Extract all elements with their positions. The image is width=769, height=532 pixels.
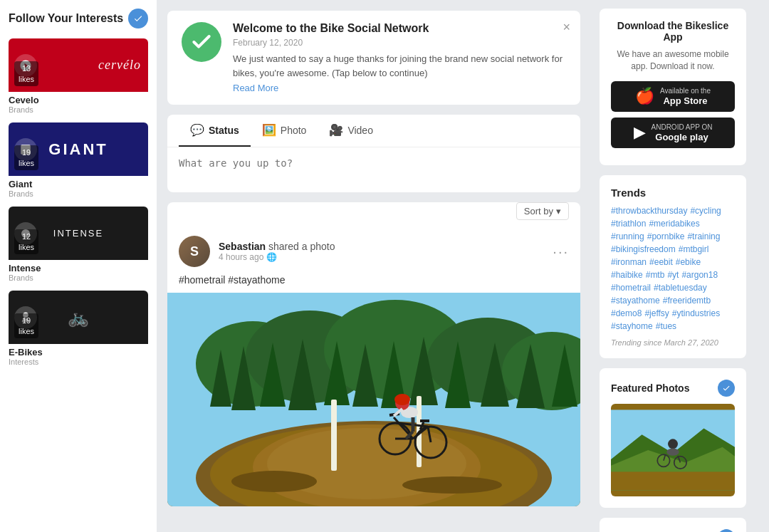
status-tab-label: Status	[209, 125, 239, 136]
trend-tag[interactable]: #hometrail	[611, 283, 651, 293]
trend-tag[interactable]: #tabletuesday	[654, 283, 707, 293]
trend-tag[interactable]: #yt	[667, 270, 679, 280]
ebike-icon: 🚲	[68, 308, 89, 328]
post-hashtags: #hometrail #stayathome	[167, 274, 580, 293]
post-author-name-line: Sebastian shared a photo	[219, 241, 335, 252]
trend-tag[interactable]: #pornbike	[647, 231, 685, 241]
featured-photos-card: Featured Photos	[600, 368, 746, 508]
post-hashtags-text: #hometrail #stayathome	[179, 274, 285, 286]
trend-tag[interactable]: #ebike	[676, 257, 701, 267]
trends-title: Trends	[611, 187, 735, 199]
featured-photos-header: Featured Photos	[611, 380, 735, 397]
sort-button[interactable]: Sort by ▾	[516, 202, 569, 220]
main-content: Welcome to the Bike Social Network Febru…	[157, 0, 591, 532]
composer-input[interactable]	[179, 157, 569, 180]
card-type-cevelo: Brands	[9, 105, 148, 114]
trends-card: Trends #throwbackthursday #cycling #tria…	[600, 175, 746, 358]
card-label-ebikes: E-Bikes Interests	[9, 344, 148, 367]
svg-point-41	[394, 394, 410, 405]
trend-tag[interactable]: #meridabikes	[649, 219, 699, 229]
tab-status[interactable]: 💬 Status	[179, 115, 251, 147]
composer-tabs: 💬 Status 🖼️ Photo 🎥 Video	[167, 115, 580, 147]
app-store-sub: Available on the	[660, 87, 711, 95]
tab-photo[interactable]: 🖼️ Photo	[251, 115, 318, 147]
post-image	[167, 293, 580, 506]
trend-tag[interactable]: #eebit	[649, 257, 673, 267]
interest-card-cevelo[interactable]: cervélo 13 likes Cevelo Brands	[9, 38, 148, 115]
app-download-desc: We have an awesome mobile app. Download …	[611, 48, 735, 73]
trend-tag[interactable]: #freeridemtb	[663, 296, 711, 306]
interest-card-giant[interactable]: GIANT 19 likes Giant Brands	[9, 122, 148, 199]
svg-rect-26	[331, 400, 337, 471]
likes-badge-cevelo: 13 likes	[14, 61, 38, 86]
featured-poll-header: Featured Poll	[611, 529, 735, 532]
apple-icon: 🍎	[635, 87, 654, 105]
card-type-intense: Brands	[9, 273, 148, 282]
app-store-text: Available on the App Store	[660, 87, 711, 106]
trend-tag[interactable]: #ironman	[611, 257, 647, 267]
interest-card-ebikes[interactable]: 🚲 19 likes E-Bikes Interests	[9, 291, 148, 367]
app-store-name: App Store	[663, 95, 707, 106]
tab-video[interactable]: 🎥 Video	[318, 115, 384, 147]
trend-tag[interactable]: #stayhome	[611, 321, 653, 331]
trend-tag[interactable]: #cycling	[690, 206, 721, 216]
welcome-icon	[182, 22, 221, 62]
composer-input-area	[167, 147, 580, 192]
interest-card-intense[interactable]: INTENSE 12 likes Intense Brands	[9, 207, 148, 283]
checkmark-icon	[190, 31, 213, 53]
card-image-giant: GIANT 19 likes	[9, 122, 148, 176]
sidebar-title: Follow Your Interests	[9, 12, 123, 25]
avatar-initial: S	[190, 244, 199, 259]
trend-tag[interactable]: #stayathome	[611, 296, 660, 306]
card-type-giant: Brands	[9, 189, 148, 198]
featured-photo-svg	[611, 404, 735, 496]
trend-tag[interactable]: #jeffsy	[644, 308, 669, 318]
svg-rect-48	[611, 471, 735, 490]
read-more-link[interactable]: Read More	[233, 83, 566, 93]
app-store-button[interactable]: 🍎 Available on the App Store	[611, 81, 735, 112]
welcome-date: February 12, 2020	[233, 38, 566, 48]
google-play-button[interactable]: ▶ ANDROID APP ON Google play	[611, 118, 735, 148]
trend-tag[interactable]: #argon18	[681, 270, 718, 280]
trend-tag[interactable]: #bikingisfreedom	[611, 244, 676, 254]
trend-tag[interactable]: #running	[611, 231, 644, 241]
avatar: S	[179, 236, 210, 267]
trend-tag[interactable]: #triathlon	[611, 219, 646, 229]
giant-text: GIANT	[48, 140, 108, 158]
right-sidebar: Download the Bikeslice App We have an aw…	[591, 0, 755, 532]
google-play-sub: ANDROID APP ON	[652, 123, 713, 131]
close-welcome-button[interactable]: ×	[563, 21, 570, 33]
composer-card: 💬 Status 🖼️ Photo 🎥 Video	[167, 115, 580, 192]
trend-tag[interactable]: #mtbgirl	[679, 244, 709, 254]
post-author-info: Sebastian shared a photo 4 hours ago 🌐	[219, 241, 335, 262]
app-download-title: Download the Bikeslice App	[611, 20, 735, 43]
trend-tag[interactable]: #mtb	[646, 270, 665, 280]
card-image-intense: INTENSE 12 likes	[9, 207, 148, 260]
trends-tags: #throwbackthursday #cycling #triathlon #…	[611, 206, 735, 331]
trend-tag[interactable]: #training	[687, 231, 720, 241]
video-tab-label: Video	[347, 125, 373, 136]
google-play-text: ANDROID APP ON Google play	[652, 123, 713, 142]
trend-tag[interactable]: #demo8	[611, 308, 642, 318]
chevron-down-icon: ▾	[556, 206, 561, 217]
sidebar-header: Follow Your Interests	[9, 9, 148, 28]
photo-tab-label: Photo	[281, 125, 307, 136]
card-label-cevelo: Cevelo Brands	[9, 92, 148, 115]
trend-tag[interactable]: #throwbackthursday	[611, 206, 687, 216]
sort-label: Sort by	[524, 206, 553, 217]
sidebar-icon-btn[interactable]	[128, 9, 148, 28]
logo-giant: GIANT	[48, 140, 108, 159]
google-play-name: Google play	[655, 132, 708, 142]
trend-tag[interactable]: #ytindustries	[672, 308, 720, 318]
left-sidebar: Follow Your Interests cervélo 13 likes C…	[0, 0, 157, 532]
trend-tag[interactable]: #haibike	[611, 270, 643, 280]
svg-point-24	[231, 471, 317, 492]
trend-tag[interactable]: #tues	[656, 321, 676, 331]
globe-icon: 🌐	[266, 252, 277, 262]
card-label-intense: Intense Brands	[9, 260, 148, 283]
video-tab-icon: 🎥	[329, 123, 343, 137]
post-menu-button[interactable]: ···	[553, 244, 569, 260]
card-label-giant: Giant Brands	[9, 176, 148, 199]
welcome-body: We just wanted to say a huge thanks for …	[233, 52, 566, 80]
likes-badge-ebikes: 19 likes	[14, 313, 38, 338]
